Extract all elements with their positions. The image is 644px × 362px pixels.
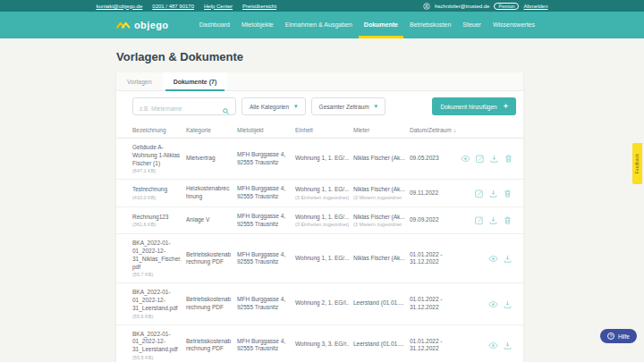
nav-item-dokumente[interactable]: Dokumente [364,12,398,38]
tab-vorlagen[interactable]: Vorlagen [116,72,163,90]
doc-unit-cell: Wohnung 1, 1. EG/... [295,255,349,264]
topbar-link-0201-487-90170[interactable]: 0201 / 487 90170 [152,4,194,9]
doc-date: 01.01.2022 - 31.12.2022 [410,251,456,267]
feedback-tab[interactable]: Feedback [632,143,642,184]
doc-property-cell: MFH Burggasse 4, 92555 Trausnitz [237,251,291,267]
nav-items: DashboardMietobjekteEinnahmen & Ausgaben… [199,12,535,38]
tabstrip: VorlagenDokumente (7) [116,72,523,91]
row-actions [461,299,513,309]
filterbar: Alle Kategorien ▾ Gesamter Zeitraum ▾ Do… [116,91,523,122]
row-actions [461,189,513,198]
doc-category: Heizkostenabrechnung [186,185,233,201]
table-row[interactable]: BKA_2022-01-01_2022-12-31_Leerstand.pdf … [116,325,523,362]
tab-dokumente-7[interactable]: Dokumente (7) [163,72,228,90]
trash-icon[interactable] [503,215,513,225]
download-icon[interactable] [488,215,498,225]
doc-name: BKA_2022-01-01_2022-12-31_Leerstand.pdf [132,289,182,312]
objego-logo[interactable]: objego [116,20,168,30]
doc-unit: Wohnung 1, 1. EG/... [295,155,349,163]
col-header-einheit[interactable]: Einheit [295,127,349,133]
search-icon[interactable] [222,103,230,111]
eye-icon[interactable] [488,341,498,350]
doc-unit-cell: Wohnung 3, 3. EG/r... [295,341,349,349]
timerange-dropdown[interactable]: Gesamter Zeitraum ▾ [311,97,386,115]
doc-category: Betriebskostenabrechnung PDF [186,296,233,312]
doc-date-cell: 09.09.2022 [410,216,456,224]
row-actions [461,341,513,350]
col-header-kategorie[interactable]: Kategorie [186,127,233,133]
doc-tenant-cell: Leerstand (01.01.... [353,341,405,349]
plus-icon: + [504,102,508,111]
logout-link[interactable]: Abmelden [523,4,547,9]
nav-item-einnahmen-ausgaben[interactable]: Einnahmen & Ausgaben [285,12,352,38]
topbar-link-kontakt-objego-de[interactable]: kontakt@objego.de [97,4,143,9]
eye-icon[interactable] [488,299,498,309]
doc-property: MFH Burggasse 4, 92555 Trausnitz [237,251,291,267]
doc-date-cell: 01.01.2022 - 31.12.2022 [410,251,456,267]
topbar-link-help-center[interactable]: Help Center [204,4,233,9]
objego-logo-icon [116,21,131,29]
edit-icon[interactable] [474,189,484,198]
nav-item-mietobjekte[interactable]: Mietobjekte [242,12,274,38]
feedback-label: Feedback [635,154,640,173]
doc-size: (410,0 KB) [132,195,182,200]
download-icon[interactable] [503,254,513,264]
doc-category-cell: Betriebskostenabrechnung PDF [186,296,233,312]
doc-name-cell: Testrechnung (410,0 KB) [132,186,182,200]
doc-size: (55,7 KB) [132,272,182,277]
doc-tenant-cell: Niklas Fischer (Ak... (3 Mietern zugeord… [353,214,405,228]
table-header-row: Bezeichnung Kategorie Mietobjekt Einheit… [116,122,523,139]
doc-size: (55,6 KB) [132,314,182,319]
documents-card: VorlagenDokumente (7) Alle Kategorien ▾ … [116,72,523,362]
eye-icon[interactable] [461,154,470,164]
col-header-bezeichnung[interactable]: Bezeichnung [132,127,182,133]
download-icon[interactable] [488,189,498,198]
sort-desc-icon[interactable]: ↓ [453,127,457,133]
download-icon[interactable] [503,341,513,350]
question-icon: ? [607,333,614,340]
doc-date-cell: 09.05.2023 [410,155,456,163]
doc-unit-cell: Wohnung 1, 1. EG/... (3 Einheiten zugeor… [295,214,349,228]
add-document-button[interactable]: Dokument hinzufügen + [432,97,516,115]
download-icon[interactable] [503,299,513,309]
premium-badge: Premium [494,3,519,10]
add-document-label: Dokument hinzufügen [440,104,496,110]
doc-tenant: Niklas Fischer (Ak... [353,214,405,222]
help-label: Hilfe [618,333,630,340]
main-navbar: objego DashboardMietobjekteEinnahmen & A… [0,12,644,38]
download-icon[interactable] [489,154,499,164]
category-dropdown[interactable]: Alle Kategorien ▾ [242,97,306,115]
col-header-mieter[interactable]: Mieter [353,127,405,133]
doc-category-cell: Heizkostenabrechnung [186,185,233,201]
edit-icon[interactable] [474,215,484,225]
doc-category: Betriebskostenabrechnung PDF [186,338,233,354]
table-row[interactable]: BKA_2022-01-01_2022-12-31_Niklas_Fischer… [116,234,523,283]
user-email: hschnitzler@trusted.de [435,4,489,9]
document-table-body: Gebäude A-Wohnung 1-Niklas Fischer (1) (… [116,139,523,362]
col-header-mietobjekt[interactable]: Mietobjekt [237,127,291,133]
nav-item-betriebskosten[interactable]: Betriebskosten [410,12,451,38]
eye-icon[interactable] [488,254,498,264]
table-row[interactable]: BKA_2022-01-01_2022-12-31_Leerstand.pdf … [116,283,523,324]
doc-date: 09.05.2023 [410,155,456,163]
row-actions [461,215,513,225]
trash-icon[interactable] [504,154,513,164]
table-row[interactable]: Rechnung123 (361,6 KB) Anlage V MFH Burg… [116,207,523,235]
edit-icon[interactable] [475,154,485,164]
nav-item-wissenswertes[interactable]: Wissenswertes [493,12,535,38]
help-button[interactable]: ? Hilfe [600,329,637,343]
nav-item-dashboard[interactable]: Dashboard [199,12,230,38]
search-input[interactable] [133,101,219,117]
doc-unit: Wohnung 3, 3. EG/r... [295,341,349,349]
table-row[interactable]: Testrechnung (410,0 KB) Heizkostenabrech… [116,180,523,207]
col-header-datum[interactable]: Datum/Zeitraum↓ [410,127,456,133]
doc-tenant-cell: Niklas Fischer (Ak... [353,255,405,264]
trash-icon[interactable] [503,189,513,198]
table-row[interactable]: Gebäude A-Wohnung 1-Niklas Fischer (1) (… [116,139,523,180]
doc-date: 01.01.2022 - 31.12.2022 [410,296,456,312]
doc-tenant: Niklas Fischer (Ak... [353,186,405,194]
nav-item-steuer[interactable]: Steuer [462,12,481,38]
topbar-link-preis-bersicht[interactable]: Preisübersicht [242,4,276,9]
user-avatar-icon[interactable] [423,3,430,10]
doc-date: 09.09.2022 [410,216,456,224]
